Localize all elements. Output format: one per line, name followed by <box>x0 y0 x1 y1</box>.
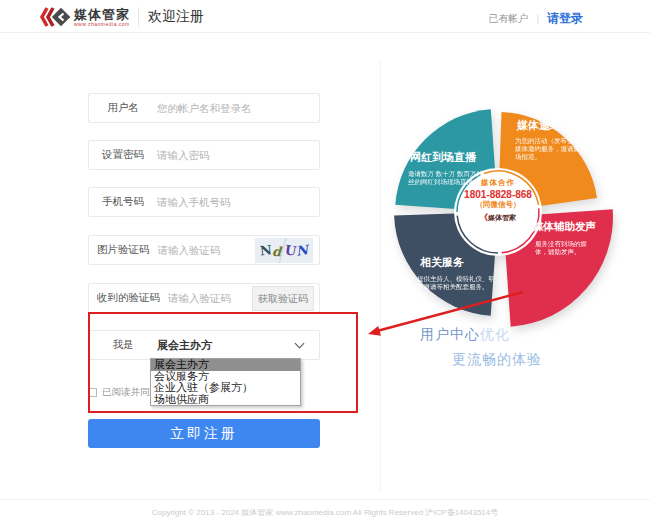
header-divider <box>138 7 139 27</box>
captcha-row: 图片验证码 N d U N <box>88 235 320 265</box>
captcha-image[interactable]: N d U N <box>255 238 313 263</box>
role-select[interactable]: 我是 展会主办方 <box>88 330 320 360</box>
center-brand: 《媒体管家 <box>456 212 540 223</box>
page-title: 欢迎注册 <box>148 8 204 26</box>
captcha-char: d <box>271 244 281 260</box>
smscode-row: 收到的验证码 获取验证码 <box>88 283 320 313</box>
segment-label-livestream: 网红到场直播 <box>410 150 476 165</box>
caption-line2: 更流畅的体验 <box>452 351 542 369</box>
caption-line1: 用户中心优化 <box>420 326 510 344</box>
center-contact-card: 媒体合作 1801-8828-868 （同微信号） 《媒体管家 <box>456 178 540 223</box>
chevron-down-icon <box>295 339 305 349</box>
password-row: 设置密码 <box>88 140 320 170</box>
phone-input[interactable] <box>157 196 319 208</box>
captcha-label: 图片验证码 <box>97 243 150 257</box>
segment-desc-voice: 服务没有到场的媒体，辅助发声。 <box>535 240 597 256</box>
login-link[interactable]: 请登录 <box>547 10 583 27</box>
segment-label-services: 相关服务 <box>420 255 464 270</box>
center-wechat-note: （同微信号） <box>456 200 540 210</box>
username-input[interactable] <box>157 102 319 114</box>
caption-part1: 用户中心 <box>420 326 480 342</box>
register-button[interactable]: 立即注册 <box>88 419 320 448</box>
services-wheel-diagram: 网红到场直播 邀请数万 数十万 数百万粉丝的网红到场现场直播。 媒体邀约 为您的… <box>393 100 628 340</box>
password-label: 设置密码 <box>97 148 149 162</box>
content-divider <box>380 60 381 492</box>
brand-mark-icon: 《 <box>480 213 488 222</box>
segment-label-voice: 媒体辅助发声 <box>533 220 596 234</box>
username-row: 用户名 <box>88 93 320 123</box>
captcha-char: N <box>295 242 309 259</box>
segment-desc-services: 提供主持人、模特礼仪、明星邀请等相关配套服务。 <box>417 275 497 291</box>
role-option-enterprise[interactable]: 企业入驻（参展方） <box>151 382 300 394</box>
segment-desc-invite: 为您的活动（发布会），提供媒体邀约服务，邀请媒体来现场报道。 <box>515 137 603 161</box>
segment-label-invite: 媒体邀约 <box>517 118 561 133</box>
get-code-button[interactable]: 获取验证码 <box>252 286 314 311</box>
register-page: 媒体管家 www.zhaomedia.com 欢迎注册 已有帐户 | 请登录 用… <box>0 0 650 520</box>
header-pipe: | <box>536 13 539 24</box>
phone-row: 手机号码 <box>88 187 320 217</box>
role-option-venue-supplier[interactable]: 场地供应商 <box>151 394 300 406</box>
role-selected-value: 展会主办方 <box>157 338 296 353</box>
brand-logo[interactable]: 媒体管家 www.zhaomedia.com <box>38 4 130 30</box>
role-option-exhibition-host[interactable]: 展会主办方 <box>151 359 300 371</box>
phone-label: 手机号码 <box>97 195 149 209</box>
role-dropdown: 展会主办方 会议服务方 企业入驻（参展方） 场地供应商 <box>150 358 301 406</box>
center-phone: 1801-8828-868 <box>456 189 540 200</box>
password-input[interactable] <box>157 149 319 161</box>
footer-copyright: Copyright © 2013 - 2024 媒体管家 www.zhaomed… <box>0 507 650 518</box>
username-label: 用户名 <box>97 101 149 115</box>
header: 媒体管家 www.zhaomedia.com 欢迎注册 已有帐户 | 请登录 <box>0 0 650 33</box>
caption-part2: 优化 <box>480 326 510 342</box>
brand-logo-icon <box>38 4 70 30</box>
smscode-label: 收到的验证码 <box>97 291 160 305</box>
captcha-char: N <box>259 242 272 258</box>
role-label: 我是 <box>97 338 149 352</box>
center-title: 媒体合作 <box>456 178 540 188</box>
footer: Copyright © 2013 - 2024 媒体管家 www.zhaomed… <box>0 499 650 518</box>
have-account-label: 已有帐户 <box>488 12 528 26</box>
brand-name: 媒体管家 <box>74 8 130 21</box>
agreement-checkbox[interactable] <box>88 388 97 397</box>
brand-url: www.zhaomedia.com <box>74 21 130 27</box>
